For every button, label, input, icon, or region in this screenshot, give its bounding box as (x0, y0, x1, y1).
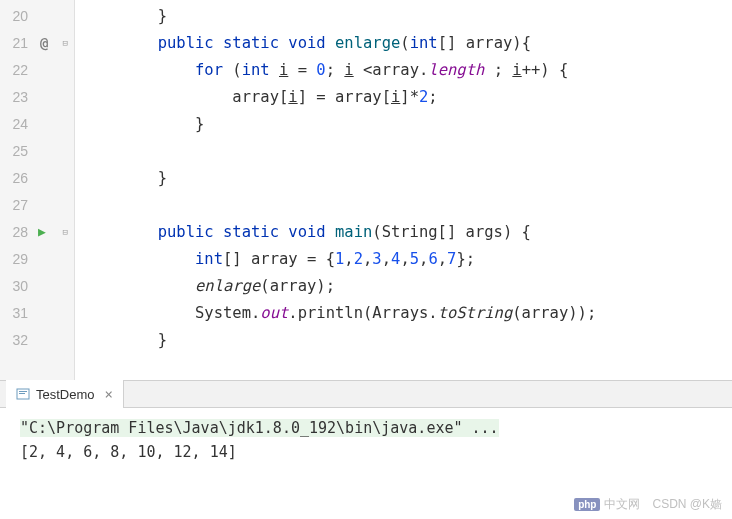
line-number: 31 (4, 305, 28, 321)
run-config-icon (16, 387, 30, 401)
run-icon[interactable]: ▶ (38, 224, 46, 239)
line-number: 29 (4, 251, 28, 267)
line-number: 24 (4, 116, 28, 132)
php-badge: php (574, 498, 600, 511)
gutter: 20 21@⊟ 22 23 24 25 26 27 28▶⊟ 29 30 31 … (0, 0, 75, 380)
close-icon[interactable]: × (105, 386, 113, 402)
line-number: 21 (4, 35, 28, 51)
code-line: enlarge(array); (83, 272, 732, 299)
code-line: } (83, 326, 732, 353)
tab-label: TestDemo (36, 387, 95, 402)
line-number: 26 (4, 170, 28, 186)
console-output[interactable]: "C:\Program Files\Java\jdk1.8.0_192\bin\… (0, 408, 732, 472)
code-line: public static void enlarge(int[] array){ (83, 29, 732, 56)
override-annotation[interactable]: @ (40, 35, 48, 51)
console-result-line: [2, 4, 6, 8, 10, 12, 14] (20, 440, 712, 464)
code-line: int[] array = {1,2,3,4,5,6,7}; (83, 245, 732, 272)
svg-rect-2 (19, 393, 25, 394)
line-number: 23 (4, 89, 28, 105)
line-number: 25 (4, 143, 28, 159)
code-line (83, 191, 732, 218)
line-number: 30 (4, 278, 28, 294)
line-number: 22 (4, 62, 28, 78)
line-number: 32 (4, 332, 28, 348)
code-line: public static void main(String[] args) { (83, 218, 732, 245)
svg-rect-1 (19, 391, 27, 392)
line-number: 27 (4, 197, 28, 213)
line-number: 28 (4, 224, 28, 240)
code-line: array[i] = array[i]*2; (83, 83, 732, 110)
console-tabs: TestDemo × (0, 380, 732, 408)
line-number: 20 (4, 8, 28, 24)
code-area[interactable]: } public static void enlarge(int[] array… (75, 0, 732, 380)
run-tab[interactable]: TestDemo × (6, 380, 124, 408)
code-line: } (83, 2, 732, 29)
code-line: for (int i = 0; i <array.length ; i++) { (83, 56, 732, 83)
fold-icon[interactable]: ⊟ (63, 227, 68, 237)
code-line: } (83, 110, 732, 137)
code-line: } (83, 164, 732, 191)
editor-area: 20 21@⊟ 22 23 24 25 26 27 28▶⊟ 29 30 31 … (0, 0, 732, 380)
watermark: php 中文网 CSDN @K嫱 (574, 496, 722, 513)
fold-icon[interactable]: ⊟ (63, 38, 68, 48)
code-line (83, 137, 732, 164)
code-line: System.out.println(Arrays.toString(array… (83, 299, 732, 326)
console-cmd-line: "C:\Program Files\Java\jdk1.8.0_192\bin\… (20, 416, 712, 440)
